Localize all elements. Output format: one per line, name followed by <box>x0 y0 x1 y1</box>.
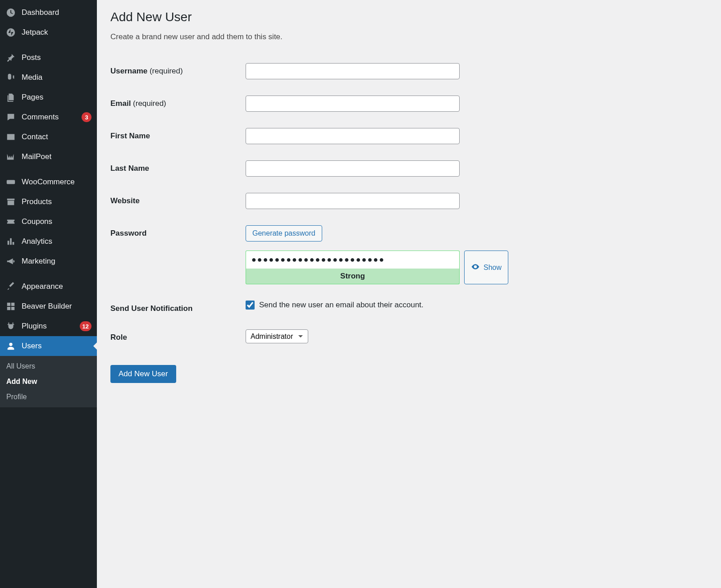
svg-point-0 <box>7 28 15 36</box>
mailpoet-icon <box>5 151 16 162</box>
comments-badge: 3 <box>82 112 91 122</box>
add-user-form: Username (required) Email (required) Fir… <box>110 55 707 351</box>
sidebar-item-users[interactable]: Users <box>0 336 97 356</box>
sidebar-item-jetpack[interactable]: Jetpack <box>0 23 97 42</box>
menu-separator <box>0 271 97 277</box>
notification-checkbox-label[interactable]: Send the new user an email about their a… <box>246 301 707 310</box>
page-description: Create a brand new user and add them to … <box>110 32 707 41</box>
sidebar-item-mailpoet[interactable]: MailPoet <box>0 147 97 167</box>
sidebar-item-pages[interactable]: Pages <box>0 87 97 107</box>
sidebar-item-label: Plugins <box>22 322 77 331</box>
sidebar-item-label: Media <box>22 73 91 82</box>
email-input[interactable] <box>246 96 460 112</box>
sidebar-item-comments[interactable]: Comments 3 <box>0 107 97 127</box>
plugins-badge: 12 <box>80 321 91 331</box>
password-input[interactable]: ●●●●●●●●●●●●●●●●●●●●●●● <box>246 251 460 269</box>
sidebar-item-label: WooCommerce <box>22 178 91 187</box>
plug-icon <box>5 321 16 332</box>
field-row-username: Username (required) <box>110 55 707 87</box>
pages-icon <box>5 92 16 103</box>
submenu-item-all-users[interactable]: All Users <box>0 359 97 374</box>
field-row-email: Email (required) <box>110 87 707 120</box>
field-row-last-name: Last Name <box>110 152 707 185</box>
archive-icon <box>5 196 16 207</box>
megaphone-icon <box>5 256 16 267</box>
show-password-button[interactable]: Show <box>464 251 508 284</box>
sidebar-item-analytics[interactable]: Analytics <box>0 232 97 251</box>
sidebar-item-label: Appearance <box>22 282 91 291</box>
page-title: Add New User <box>110 10 707 24</box>
notification-text: Send the new user an email about their a… <box>259 301 424 310</box>
sidebar-item-label: Coupons <box>22 217 91 226</box>
sidebar-item-label: Contact <box>22 132 91 141</box>
sidebar-item-label: Marketing <box>22 257 91 266</box>
brush-icon <box>5 281 16 292</box>
sidebar-item-label: Posts <box>22 53 91 62</box>
mail-icon <box>5 132 16 142</box>
menu-separator <box>0 42 97 48</box>
eye-icon <box>471 262 480 273</box>
grid-icon <box>5 301 16 312</box>
sidebar-item-products[interactable]: Products <box>0 192 97 212</box>
notification-label: Send User Notification <box>110 301 246 313</box>
first-name-input[interactable] <box>246 128 460 144</box>
sidebar-item-plugins[interactable]: Plugins 12 <box>0 316 97 336</box>
first-name-label: First Name <box>110 128 246 141</box>
field-row-first-name: First Name <box>110 120 707 152</box>
sidebar-item-label: Dashboard <box>22 8 91 17</box>
media-icon <box>5 72 16 83</box>
sidebar-item-coupons[interactable]: Coupons <box>0 212 97 232</box>
role-select[interactable]: Administrator <box>246 329 308 343</box>
show-button-label: Show <box>484 264 502 272</box>
username-label: Username (required) <box>110 63 246 76</box>
jetpack-icon <box>5 27 16 38</box>
last-name-input[interactable] <box>246 160 460 177</box>
email-label: Email (required) <box>110 96 246 108</box>
sidebar-item-dashboard[interactable]: Dashboard <box>0 3 97 23</box>
sidebar-item-label: Users <box>22 342 91 351</box>
sidebar-item-label: Comments <box>22 113 79 122</box>
sidebar-item-label: Jetpack <box>22 28 91 37</box>
field-row-password: Password Generate password ●●●●●●●●●●●●●… <box>110 217 707 292</box>
sidebar-item-contact[interactable]: Contact <box>0 127 97 147</box>
sidebar-item-appearance[interactable]: Appearance <box>0 277 97 296</box>
bars-icon <box>5 236 16 247</box>
users-submenu: All Users Add New Profile <box>0 356 97 407</box>
password-label: Password <box>110 225 246 238</box>
sidebar-item-woocommerce[interactable]: WooCommerce <box>0 172 97 192</box>
role-label: Role <box>110 329 246 342</box>
submenu-item-add-new[interactable]: Add New <box>0 374 97 389</box>
username-input[interactable] <box>246 63 460 79</box>
notification-checkbox[interactable] <box>246 301 255 310</box>
user-icon <box>5 341 16 351</box>
sidebar-item-label: Products <box>22 197 91 206</box>
sidebar-item-marketing[interactable]: Marketing <box>0 251 97 271</box>
ticket-icon <box>5 216 16 227</box>
comment-icon <box>5 112 16 123</box>
sidebar-item-label: Analytics <box>22 237 91 246</box>
menu-separator <box>0 167 97 172</box>
last-name-label: Last Name <box>110 160 246 173</box>
sidebar-item-label: MailPoet <box>22 152 91 161</box>
sidebar-item-label: Beaver Builder <box>22 302 91 311</box>
sidebar-item-beaver-builder[interactable]: Beaver Builder <box>0 296 97 316</box>
field-row-website: Website <box>110 185 707 217</box>
generate-password-button[interactable]: Generate password <box>246 225 322 242</box>
field-row-role: Role Administrator <box>110 321 707 351</box>
website-label: Website <box>110 193 246 205</box>
pin-icon <box>5 52 16 63</box>
sidebar-item-label: Pages <box>22 93 91 102</box>
main-content: Add New User Create a brand new user and… <box>97 0 721 588</box>
svg-rect-1 <box>7 180 15 184</box>
website-input[interactable] <box>246 193 460 209</box>
sidebar-item-posts[interactable]: Posts <box>0 48 97 68</box>
add-new-user-button[interactable]: Add New User <box>110 365 176 383</box>
woo-icon <box>5 177 16 187</box>
submenu-item-profile[interactable]: Profile <box>0 389 97 405</box>
password-strength-meter: Strong <box>246 269 460 284</box>
dashboard-icon <box>5 7 16 18</box>
admin-sidebar: Dashboard Jetpack Posts Media Pages Comm… <box>0 0 97 588</box>
sidebar-item-media[interactable]: Media <box>0 68 97 87</box>
field-row-notification: Send User Notification Send the new user… <box>110 292 707 321</box>
